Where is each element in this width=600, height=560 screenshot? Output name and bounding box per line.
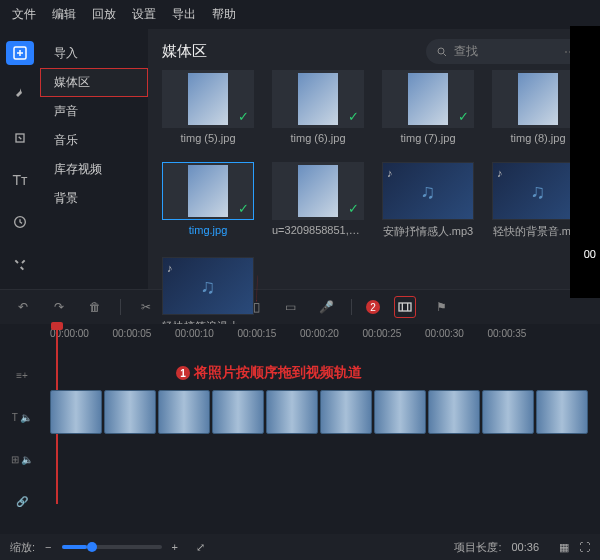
timeline-clip[interactable] [428,390,480,434]
import-tool-icon[interactable] [6,41,34,65]
category-item[interactable]: 媒体区 [40,68,148,97]
menu-item[interactable]: 设置 [132,6,156,23]
timeline: 00:00:0000:00:0500:00:1000:00:1500:00:20… [0,324,600,524]
thumb-label: 安静抒情感人.mp3 [382,224,474,239]
tools-tool-icon[interactable] [6,253,34,277]
track-labels: ≡+ T 🔈 ⊞ 🔈 🔗 ♫ 🔈 [0,354,44,560]
timeline-ruler[interactable]: 00:00:0000:00:0500:00:1000:00:1500:00:20… [0,324,600,343]
search-icon [436,46,448,58]
timeline-clip[interactable] [374,390,426,434]
media-thumb[interactable]: ✓u=3209858851,2126870829&fm=26&gp=0.j [272,162,364,239]
link-track-label[interactable]: 🔗 [0,480,44,522]
media-title: 媒体区 [162,42,207,61]
media-thumb[interactable]: ✓timg.jpg [162,162,254,239]
text-track-label[interactable]: T 🔈 [0,396,44,438]
clock-tool-icon[interactable] [6,210,34,234]
svg-point-3 [438,48,444,54]
menu-item[interactable]: 回放 [92,6,116,23]
timeline-clip[interactable] [266,390,318,434]
media-thumb[interactable]: ♫♪轻快搞笑浪漫小清新节奏.mp3 [162,257,254,334]
timeline-clip[interactable] [320,390,372,434]
media-zone: 媒体区 查找 ⋯ ✓timg (5).jpg✓timg (6).jpg✓timg… [148,29,600,289]
annotation-step1: 1 将照片按顺序拖到视频轨道 [176,364,362,382]
undo-icon[interactable]: ↶ [12,296,34,318]
video-track[interactable] [50,390,590,434]
category-item[interactable]: 背景 [40,184,148,213]
category-item[interactable]: 声音 [40,97,148,126]
duration-label: 项目长度: [454,540,501,555]
category-item[interactable]: 导入 [40,39,148,68]
timeline-clip[interactable] [50,390,102,434]
media-thumbs: ✓timg (5).jpg✓timg (6).jpg✓timg (7).jpg✓… [162,70,586,334]
expand-icon[interactable]: ⛶ [579,541,590,553]
timeline-clip[interactable] [482,390,534,434]
thumb-label: timg.jpg [162,224,254,236]
zoom-in-icon[interactable]: + [172,541,178,553]
media-thumb[interactable]: ✓timg (6).jpg [272,70,364,144]
media-thumb[interactable]: ♫♪安静抒情感人.mp3 [382,162,474,239]
pin-tool-icon[interactable] [6,83,34,107]
menu-item[interactable]: 帮助 [212,6,236,23]
text-tool-icon[interactable]: Tт [6,168,34,192]
menu-item[interactable]: 导出 [172,6,196,23]
status-bar: 缩放: − + ⤢ 项目长度: 00:36 ▦ ⛶ [0,534,600,560]
timeline-clip[interactable] [104,390,156,434]
search-input[interactable]: 查找 ⋯ [426,39,586,64]
timeline-clip[interactable] [212,390,264,434]
timeline-clip[interactable] [158,390,210,434]
media-thumb[interactable]: ✓timg (7).jpg [382,70,474,144]
grid-icon[interactable]: ▦ [559,541,569,554]
zoom-slider[interactable] [62,545,162,549]
search-placeholder: 查找 [454,43,478,60]
thumb-label: timg (7).jpg [382,132,474,144]
thumb-label: timg (6).jpg [272,132,364,144]
timeline-clip[interactable] [536,390,588,434]
category-list: 导入媒体区声音音乐库存视频背景 [40,29,148,289]
thumb-label: u=3209858851,2126870829&fm=26&gp=0.j [272,224,364,236]
category-item[interactable]: 音乐 [40,126,148,155]
duration-value: 00:36 [511,541,539,553]
video-track-label[interactable]: ⊞ 🔈 [0,438,44,480]
category-item[interactable]: 库存视频 [40,155,148,184]
fit-icon[interactable]: ⤢ [196,541,205,554]
menu-item[interactable]: 文件 [12,6,36,23]
crop-tool-icon[interactable] [6,126,34,150]
zoom-label: 缩放: [10,540,35,555]
delete-icon[interactable]: 🗑 [84,296,106,318]
menu-item[interactable]: 编辑 [52,6,76,23]
zoom-out-icon[interactable]: − [45,541,51,553]
redo-icon[interactable]: ↷ [48,296,70,318]
add-track-icon[interactable]: ≡+ [0,354,44,396]
menubar: 文件编辑回放设置导出帮助 [0,0,600,29]
preview-time: 00 [584,248,596,260]
left-toolstrip: Tт [0,29,40,289]
cut-icon[interactable]: ✂ [135,296,157,318]
thumb-label: timg (5).jpg [162,132,254,144]
media-thumb[interactable]: ✓timg (5).jpg [162,70,254,144]
